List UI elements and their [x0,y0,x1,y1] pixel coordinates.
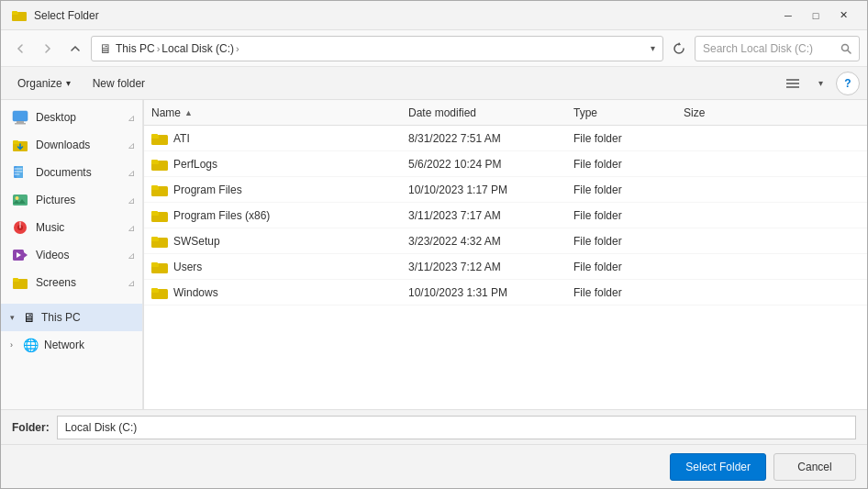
minimize-button[interactable]: ─ [775,6,801,25]
sidebar-item-screens-label: Screens [36,276,120,289]
file-name-cell: ATI [144,130,401,147]
svg-rect-10 [15,123,26,125]
sidebar-item-this-pc[interactable]: ▾ 🖥 This PC [1,304,142,331]
sidebar-item-desktop-label: Desktop [36,111,120,124]
table-row[interactable]: ATI 8/31/2022 7:51 AM File folder [144,126,867,151]
table-row[interactable]: SWSetup 3/23/2022 4:32 AM File folder [144,228,867,254]
col-header-size[interactable]: Size [676,100,750,125]
file-name: Program Files [173,183,242,196]
file-name-cell: Users [144,259,401,275]
sidebar-item-pictures[interactable]: Pictures ⊿ [1,186,142,214]
file-type: File folder [566,132,676,145]
table-row[interactable]: PerfLogs 5/6/2022 10:24 PM File folder [144,151,867,177]
file-type: File folder [566,235,676,248]
file-name: Users [173,261,202,273]
sidebar-item-videos-label: Videos [36,249,120,261]
sidebar-item-screens[interactable]: Screens ⊿ [1,269,142,296]
view-dropdown-icon: ▾ [818,78,823,88]
documents-pin-icon: ⊿ [128,168,135,178]
file-name: PerfLogs [173,158,217,171]
svg-rect-32 [151,160,158,163]
address-parts: This PC › Local Disk (C:) › [116,42,647,55]
sidebar-item-desktop[interactable]: Desktop ⊿ [1,104,142,131]
sidebar-item-downloads[interactable]: Downloads ⊿ [1,131,142,159]
downloads-icon [12,137,28,153]
network-icon: 🌐 [23,338,39,352]
table-row[interactable]: Users 3/11/2023 7:12 AM File folder [144,254,867,280]
refresh-button[interactable] [667,37,691,61]
file-date: 3/23/2022 4:32 AM [401,235,566,248]
search-placeholder: Search Local Disk (C:) [703,42,813,55]
table-row[interactable]: Program Files 10/10/2023 1:17 PM File fo… [144,177,867,203]
svg-rect-15 [17,166,23,178]
sidebar-item-documents[interactable]: Documents ⊿ [1,159,142,186]
svg-rect-8 [13,111,28,121]
folder-icon [151,207,168,224]
file-name-cell: PerfLogs [144,156,401,172]
col-header-name[interactable]: Name ▲ [144,100,401,125]
music-pin-icon: ⊿ [128,223,135,233]
main-area: Desktop ⊿ Downloads ⊿ [1,100,867,409]
help-button[interactable]: ? [836,72,860,95]
sidebar-item-videos[interactable]: Videos ⊿ [1,241,142,269]
svg-rect-9 [17,121,24,123]
file-name-cell: SWSetup [144,233,401,250]
cancel-button[interactable]: Cancel [773,453,856,481]
organize-button[interactable]: Organize ▾ [8,72,80,95]
file-type: File folder [566,158,676,171]
sidebar-item-network[interactable]: › 🌐 Network [1,331,142,359]
select-folder-dialog: Select Folder ─ □ ✕ 🖥 This PC [0,0,868,489]
col-header-type[interactable]: Type [566,100,676,125]
table-row[interactable]: Program Files (x86) 3/11/2023 7:17 AM Fi… [144,203,867,228]
screens-icon [12,274,28,291]
file-name: Program Files (x86) [173,209,270,222]
svg-rect-47 [151,288,158,292]
select-folder-button[interactable]: Select Folder [670,453,766,481]
address-this-pc: This PC [116,42,155,55]
folder-icon [151,259,168,275]
svg-line-4 [848,50,851,53]
file-name: Windows [173,286,218,299]
close-button[interactable]: ✕ [830,6,856,25]
folder-icon [151,182,168,198]
network-expand-icon: › [5,340,23,350]
sidebar-item-downloads-label: Downloads [36,139,120,151]
folder-icon [151,156,168,172]
view-dropdown-button[interactable]: ▾ [808,72,832,95]
file-date: 10/10/2023 1:31 PM [401,286,566,299]
back-button[interactable] [8,37,32,61]
search-icon [840,43,851,54]
this-pc-computer-icon: 🖥 [23,310,36,325]
folder-icon [151,284,168,301]
sidebar-item-music-label: Music [36,221,120,234]
address-dropdown-icon[interactable]: ▾ [651,43,655,53]
file-date: 3/11/2023 7:12 AM [401,261,566,273]
folder-icon [151,233,168,250]
svg-point-3 [842,44,849,50]
nav-bar: 🖥 This PC › Local Disk (C:) › ▾ Search L… [1,30,867,67]
address-bar[interactable]: 🖥 This PC › Local Disk (C:) › ▾ [91,36,663,61]
svg-rect-41 [151,237,158,240]
file-type: File folder [566,183,676,196]
svg-point-17 [16,196,19,200]
sidebar-item-music[interactable]: Music ⊿ [1,214,142,241]
documents-icon [12,164,28,181]
table-row[interactable]: Windows 10/10/2023 1:31 PM File folder [144,280,867,306]
downloads-pin-icon: ⊿ [128,140,135,150]
screens-pin-icon: ⊿ [128,278,135,288]
folder-icon [151,130,168,147]
view-options-button[interactable] [781,72,805,95]
up-button[interactable] [63,37,87,61]
col-header-date[interactable]: Date modified [401,100,566,125]
address-local-disk: Local Disk (C:) [161,42,234,55]
address-computer-icon: 🖥 [99,41,112,56]
new-folder-button[interactable]: New folder [83,72,154,95]
folder-value[interactable]: Local Disk (C:) [57,416,856,439]
search-box[interactable]: Search Local Disk (C:) [695,36,860,61]
svg-rect-44 [151,262,158,266]
folder-label: Folder: [12,421,50,434]
dialog-title-icon [12,8,27,23]
forward-button[interactable] [36,37,60,61]
maximize-button[interactable]: □ [803,6,829,25]
file-date: 8/31/2022 7:51 AM [401,132,566,145]
